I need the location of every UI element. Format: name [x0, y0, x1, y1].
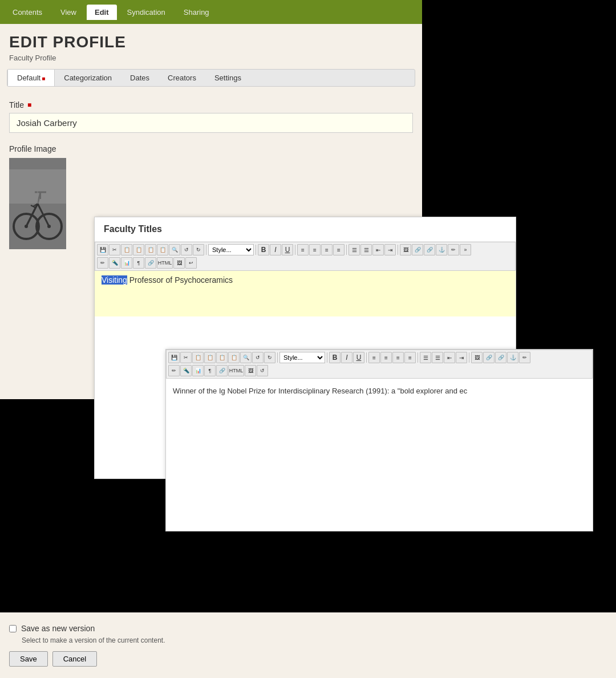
tab-view[interactable]: View	[52, 5, 84, 20]
toolbar-cut[interactable]: ✂	[109, 244, 120, 255]
cancel-button[interactable]: Cancel	[52, 651, 97, 667]
toolbar2-find[interactable]: 🔍	[240, 352, 252, 363]
save-version-label[interactable]: Save as new version	[21, 624, 95, 633]
tab-dates[interactable]: Dates	[121, 70, 159, 86]
toolbar2-html[interactable]: HTML	[228, 365, 244, 376]
toolbar-fullscreen[interactable]: 🖼	[173, 257, 185, 269]
toolbar2-undo[interactable]: ↺	[252, 352, 264, 363]
toolbar2-table[interactable]: 📊	[192, 365, 204, 376]
toolbar2-paragraph[interactable]: ¶	[204, 365, 216, 376]
toolbar2-list-ul[interactable]: ☰	[420, 352, 431, 363]
toolbar-italic[interactable]: I	[270, 244, 281, 255]
faculty-titles-editor-content[interactable]: Visiting Professor of Psychoceramics	[95, 271, 516, 316]
save-version-hint: Select to make a version of the current …	[22, 636, 607, 644]
toolbar2-sep-5	[469, 352, 469, 363]
toolbar-row-1: 💾 ✂ 📋 📋 📋 📋 🔍 ↺ ↻ Style... B I U ≡ ≡ ≡ ≡…	[97, 244, 513, 255]
tab-categorization[interactable]: Categorization	[55, 70, 121, 86]
toolbar2-align-right[interactable]: ≡	[392, 352, 404, 363]
toolbar2-refresh[interactable]: ↺	[257, 365, 268, 376]
toolbar2-italic[interactable]: I	[341, 352, 352, 363]
toolbar2-link[interactable]: 🔗	[483, 352, 495, 363]
toolbar-row-3: 💾 ✂ 📋 📋 📋 📋 🔍 ↺ ↻ Style... B I U ≡ ≡ ≡ ≡…	[168, 352, 590, 363]
editor-toolbar-1: 💾 ✂ 📋 📋 📋 📋 🔍 ↺ ↻ Style... B I U ≡ ≡ ≡ ≡…	[95, 242, 516, 271]
tab-default[interactable]: Default■	[7, 70, 55, 86]
toolbar-find[interactable]: 🔍	[169, 244, 180, 255]
toolbar2-image[interactable]: 🖼	[471, 352, 483, 363]
toolbar2-align-justify[interactable]: ≡	[404, 352, 416, 363]
tab-settings[interactable]: Settings	[205, 70, 250, 86]
toolbar-sep-2	[256, 245, 256, 255]
title-required: ■	[27, 101, 31, 109]
toolbar-paste2[interactable]: 📋	[145, 244, 156, 255]
toolbar-paragraph[interactable]: ¶	[133, 257, 144, 269]
toolbar2-paste2[interactable]: 📋	[216, 352, 228, 363]
tab-creators[interactable]: Creators	[159, 70, 205, 86]
style-select-1[interactable]: Style...	[208, 244, 254, 255]
toolbar-list-ul[interactable]: ☰	[348, 244, 360, 255]
toolbar2-list-ol[interactable]: ☰	[432, 352, 443, 363]
toolbar-list-ol[interactable]: ☰	[360, 244, 372, 255]
toolbar2-bold[interactable]: B	[329, 352, 341, 363]
toolbar-align-center[interactable]: ≡	[309, 244, 321, 255]
tab-sharing[interactable]: Sharing	[176, 5, 217, 20]
title-input[interactable]	[9, 113, 413, 133]
save-button[interactable]: Save	[9, 651, 48, 667]
content-tabs: Default■ Categorization Dates Creators S…	[7, 69, 415, 87]
toolbar-refresh[interactable]: ↩	[185, 257, 197, 269]
nav-tabs: Contents View Edit Syndication Sharing	[0, 0, 422, 24]
toolbar2-spell[interactable]: ✏	[168, 365, 180, 376]
toolbar-paste3[interactable]: 📋	[157, 244, 168, 255]
tab-edit[interactable]: Edit	[87, 5, 117, 20]
toolbar-anchor[interactable]: ⚓	[436, 244, 447, 255]
tab-syndication[interactable]: Syndication	[119, 5, 173, 20]
toolbar-spell[interactable]: ✏	[97, 257, 108, 269]
toolbar-more[interactable]: »	[460, 244, 471, 255]
toolbar-highlight[interactable]: 🔦	[109, 257, 120, 269]
toolbar2-anchor[interactable]: ⚓	[507, 352, 518, 363]
style-select-2[interactable]: Style...	[279, 352, 325, 363]
toolbar2-save[interactable]: 💾	[168, 352, 180, 363]
editor-toolbar-2: 💾 ✂ 📋 📋 📋 📋 🔍 ↺ ↻ Style... B I U ≡ ≡ ≡ ≡…	[166, 350, 593, 379]
toolbar-paste[interactable]: 📋	[133, 244, 144, 255]
toolbar2-redo[interactable]: ↻	[264, 352, 275, 363]
toolbar2-unlink[interactable]: 🔗	[495, 352, 506, 363]
toolbar-undo[interactable]: ↺	[181, 244, 192, 255]
toolbar2-align-center[interactable]: ≡	[380, 352, 392, 363]
toolbar-table[interactable]: 📊	[121, 257, 132, 269]
toolbar-row-2: ✏ 🔦 📊 ¶ 🔗 HTML 🖼 ↩	[97, 257, 513, 269]
toolbar2-underline[interactable]: U	[353, 352, 364, 363]
toolbar2-fullscreen[interactable]: 🖼	[245, 365, 256, 376]
toolbar-source[interactable]: 🔗	[145, 257, 156, 269]
toolbar-align-justify[interactable]: ≡	[333, 244, 345, 255]
toolbar2-indent-left[interactable]: ⇤	[444, 352, 455, 363]
toolbar2-highlight[interactable]: 🔦	[180, 365, 192, 376]
toolbar-indent-right[interactable]: ⇥	[384, 244, 396, 255]
toolbar2-cut[interactable]: ✂	[180, 352, 192, 363]
toolbar2-edit-link[interactable]: ✏	[519, 352, 530, 363]
toolbar-save[interactable]: 💾	[97, 244, 108, 255]
tab-contents[interactable]: Contents	[5, 5, 50, 20]
toolbar2-indent-right[interactable]: ⇥	[456, 352, 467, 363]
toolbar-redo[interactable]: ↻	[193, 244, 204, 255]
toolbar2-sep-2	[327, 352, 327, 363]
toolbar-align-left[interactable]: ≡	[297, 244, 309, 255]
toolbar2-align-left[interactable]: ≡	[368, 352, 380, 363]
toolbar2-paste[interactable]: 📋	[204, 352, 216, 363]
toolbar2-copy[interactable]: 📋	[192, 352, 204, 363]
second-editor-content[interactable]: Winner of the Ig Nobel Prize for Interdi…	[166, 379, 593, 504]
toolbar-copy[interactable]: 📋	[121, 244, 132, 255]
toolbar-bold[interactable]: B	[258, 244, 269, 255]
toolbar-html[interactable]: HTML	[157, 257, 173, 269]
toolbar-indent-left[interactable]: ⇤	[372, 244, 384, 255]
toolbar-underline[interactable]: U	[282, 244, 293, 255]
toolbar-unlink[interactable]: 🔗	[424, 244, 435, 255]
toolbar-link[interactable]: 🔗	[412, 244, 423, 255]
toolbar2-source[interactable]: 🔗	[216, 365, 228, 376]
toolbar-edit-link[interactable]: ✏	[448, 244, 459, 255]
toolbar-align-right[interactable]: ≡	[321, 244, 333, 255]
toolbar2-paste3[interactable]: 📋	[228, 352, 240, 363]
toolbar-image[interactable]: 🖼	[400, 244, 411, 255]
save-version-checkbox[interactable]	[9, 625, 17, 632]
faculty-titles-header: Faculty Titles	[95, 217, 516, 242]
editor-text-rest: Professor of Psychoceramics	[127, 275, 233, 285]
